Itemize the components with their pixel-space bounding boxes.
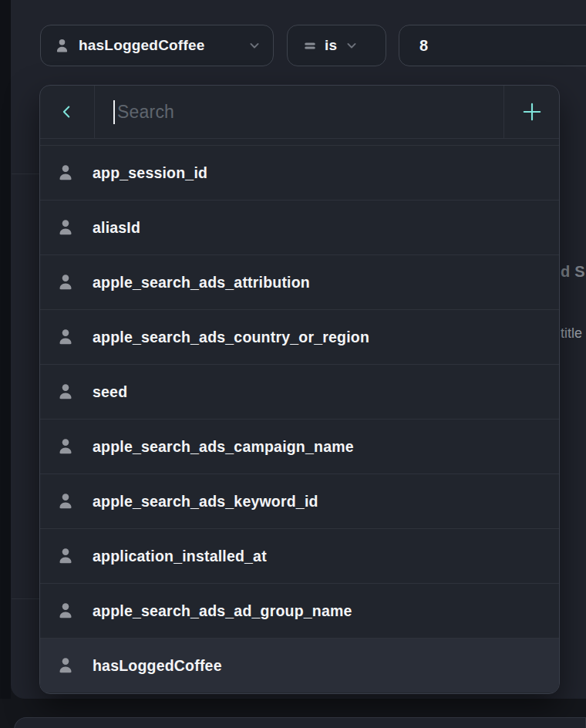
card-section-divider [12,174,39,174]
property-name: application_installed_at [93,548,267,565]
property-list-item[interactable]: apple_search_ads_campaign_name [40,419,559,474]
user-icon [56,656,75,675]
card-section-divider [12,598,39,599]
dropdown-header [40,86,559,139]
property-name: apple_search_ads_attribution [93,274,310,292]
property-name: apple_search_ads_country_or_region [93,329,369,346]
list-top-spacer [40,139,559,145]
user-icon [56,492,75,511]
left-gutter [0,0,11,699]
property-name: hasLoggedCoffee [93,657,222,675]
property-list-item[interactable]: apple_search_ads_attribution [40,254,559,309]
property-filter-pill[interactable]: hasLoggedCoffee [40,25,274,66]
operator-pill-label: is [325,37,337,54]
user-icon [56,328,75,346]
user-icon [56,602,75,620]
property-name: apple_search_ads_ad_group_name [93,602,352,620]
property-list-item[interactable]: application_installed_at [40,528,559,583]
back-button[interactable] [40,86,95,138]
user-icon [56,437,75,456]
next-section-card [14,717,586,728]
value-filter-pill[interactable]: 8 [399,25,586,66]
property-list: app_session_id aliasId [40,145,559,693]
property-list-item[interactable]: apple_search_ads_country_or_region [40,309,559,364]
background-text-fragment-top: d S [561,263,586,281]
user-icon [56,547,75,565]
plus-icon [521,101,543,123]
search-input[interactable] [95,86,503,138]
background-text-fragment-bottom: title [561,325,586,342]
property-name: aliasId [93,219,140,237]
property-list-item[interactable]: apple_search_ads_keyword_id [40,474,559,528]
property-list-item[interactable]: aliasId [40,200,559,254]
user-icon [56,273,75,292]
value-text: 8 [419,37,428,55]
chevron-left-icon [59,103,76,120]
operator-filter-pill[interactable]: is [287,25,386,66]
property-name: seed [93,383,127,401]
property-pill-label: hasLoggedCoffee [79,37,204,54]
property-list-item[interactable]: hasLoggedCoffee [40,638,559,693]
property-dropdown: app_session_id aliasId [39,85,560,694]
property-list-item[interactable]: seed [40,364,559,419]
equals-icon [303,39,317,52]
user-icon [56,383,75,401]
user-icon [56,163,75,182]
user-icon [54,38,70,54]
chevron-down-icon [247,38,262,53]
property-name: apple_search_ads_keyword_id [93,493,318,511]
search-field-wrap [95,86,503,138]
property-name: app_session_id [93,164,207,182]
text-caret [113,100,115,124]
screen: d S title hasLoggedCoffee is [0,0,586,728]
chevron-down-icon [344,38,359,53]
property-name: apple_search_ads_campaign_name [93,438,354,456]
add-property-button[interactable] [503,86,559,138]
user-icon [56,218,75,237]
property-list-item[interactable]: apple_search_ads_ad_group_name [40,583,559,638]
property-list-item[interactable]: app_session_id [40,145,559,200]
